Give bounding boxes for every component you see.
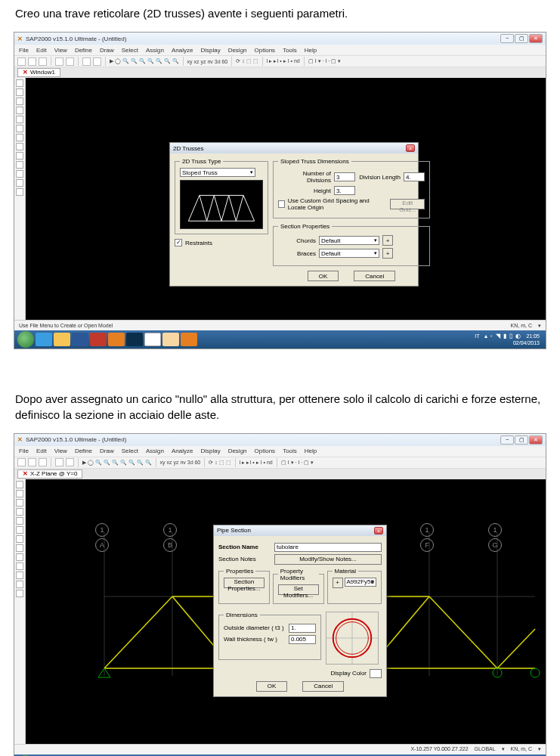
- pointer-icon[interactable]: [16, 79, 23, 87]
- menu-options[interactable]: Options: [255, 448, 276, 454]
- menu-analyze[interactable]: Analyze: [172, 448, 193, 454]
- menu-help[interactable]: Help: [305, 448, 317, 454]
- menu-design[interactable]: Design: [228, 47, 247, 54]
- undo-icon[interactable]: [55, 57, 63, 66]
- dialog-close-icon[interactable]: ×: [374, 527, 383, 534]
- material-add-button[interactable]: +: [333, 578, 343, 588]
- open-icon[interactable]: [28, 57, 36, 66]
- menu-tools[interactable]: Tools: [283, 448, 297, 454]
- draw-link-icon[interactable]: [16, 125, 23, 132]
- maximize-button[interactable]: ▢: [515, 435, 528, 445]
- braces-add-button[interactable]: +: [382, 248, 393, 259]
- lock-icon[interactable]: [93, 57, 101, 66]
- start-button[interactable]: [17, 331, 34, 348]
- task-chrome-icon[interactable]: [144, 333, 161, 346]
- redo-icon[interactable]: [66, 458, 74, 466]
- view-modes[interactable]: xy xz yz nv 3d 60: [187, 59, 228, 64]
- task-ie-icon[interactable]: [36, 333, 52, 346]
- menu-assign[interactable]: Assign: [146, 448, 164, 454]
- pointer-icon[interactable]: [16, 481, 23, 488]
- new-icon[interactable]: [17, 458, 26, 466]
- menu-file[interactable]: File: [19, 448, 29, 454]
- cancel-button[interactable]: Cancel: [302, 681, 344, 692]
- open-icon[interactable]: [28, 458, 36, 466]
- new-icon[interactable]: [17, 57, 26, 66]
- restraints-checkbox[interactable]: [175, 239, 182, 246]
- tool3-icon[interactable]: [16, 170, 23, 178]
- draw-link-icon[interactable]: [16, 526, 23, 534]
- menu-analyze[interactable]: Analyze: [172, 47, 193, 54]
- dialog-titlebar[interactable]: Pipe Section ×: [214, 525, 386, 536]
- tool5-icon[interactable]: [16, 188, 23, 196]
- draw-cable-icon[interactable]: [16, 508, 23, 516]
- menu-display[interactable]: Display: [200, 448, 220, 454]
- close-button[interactable]: ✕: [529, 34, 543, 43]
- wall-th-input[interactable]: [289, 635, 316, 644]
- set-modifiers-button[interactable]: Set Modifiers...: [278, 584, 319, 595]
- redo-icon[interactable]: [66, 57, 74, 66]
- tool4-icon[interactable]: [16, 179, 23, 187]
- section-name-input[interactable]: [274, 543, 382, 552]
- viewport-2[interactable]: 1A 1B 1F 1G Pipe Section × Section Name: [26, 479, 546, 744]
- menu-help[interactable]: Help: [305, 47, 317, 54]
- select-icon[interactable]: [16, 490, 23, 497]
- task-illustrator-icon[interactable]: [108, 333, 125, 346]
- menu-draw[interactable]: Draw: [100, 448, 114, 454]
- select-icon[interactable]: [16, 88, 23, 96]
- grid-icon[interactable]: [16, 143, 23, 150]
- num-div-input[interactable]: [334, 172, 355, 181]
- close-button[interactable]: ✕: [529, 435, 543, 445]
- tool4-icon[interactable]: [16, 581, 23, 588]
- menu-view[interactable]: View: [54, 47, 67, 54]
- minimize-button[interactable]: −: [500, 34, 514, 43]
- undo-icon[interactable]: [55, 458, 63, 466]
- save-icon[interactable]: [39, 57, 47, 66]
- run-icon[interactable]: [82, 57, 91, 66]
- tool2-icon[interactable]: [16, 562, 23, 570]
- tool3-icon[interactable]: [16, 572, 23, 579]
- nav-controls[interactable]: I ▸ ▸I • ▸ I • nd: [267, 58, 300, 64]
- snap-icon[interactable]: [16, 535, 23, 543]
- menu-edit[interactable]: Edit: [36, 47, 47, 54]
- braces-select[interactable]: Default: [319, 249, 379, 258]
- menu-define[interactable]: Define: [75, 448, 92, 454]
- menu-select[interactable]: Select: [122, 448, 138, 454]
- task-word-icon[interactable]: [72, 333, 88, 346]
- system-tray[interactable]: IT▴ ◦ ◥ ▮ ▯ ◐21:0502/04/2013: [475, 333, 543, 346]
- chords-add-button[interactable]: +: [382, 235, 393, 246]
- snap-icon[interactable]: [16, 134, 23, 141]
- tool-icon[interactable]: [16, 152, 23, 160]
- menu-draw[interactable]: Draw: [100, 47, 114, 54]
- menu-options[interactable]: Options: [255, 47, 276, 54]
- task-explorer-icon[interactable]: [54, 333, 70, 346]
- div-len-input[interactable]: [404, 172, 425, 181]
- custom-grid-checkbox[interactable]: [278, 200, 285, 208]
- cancel-button[interactable]: Cancel: [354, 271, 395, 281]
- menu-define[interactable]: Define: [75, 47, 92, 54]
- tab-window1[interactable]: ✕Window1: [17, 68, 60, 77]
- menu-design[interactable]: Design: [228, 448, 247, 454]
- ok-button[interactable]: OK: [256, 681, 288, 692]
- draw-area-icon[interactable]: [16, 517, 23, 525]
- tab-xz-plane[interactable]: ✕X-Z Plane @ Y=0: [17, 469, 82, 479]
- menu-view[interactable]: View: [54, 448, 67, 454]
- menu-file[interactable]: File: [19, 47, 29, 54]
- menu-edit[interactable]: Edit: [36, 448, 47, 454]
- truss-type-select[interactable]: Sloped Truss: [180, 168, 255, 177]
- modify-notes-button[interactable]: Modify/Show Notes...: [274, 554, 382, 565]
- dialog-close-icon[interactable]: ×: [406, 144, 415, 152]
- task-paint-icon[interactable]: [162, 333, 179, 346]
- task-sap2000-icon[interactable]: [181, 333, 197, 346]
- out-dia-input[interactable]: [289, 624, 316, 633]
- minimize-button[interactable]: −: [500, 435, 514, 445]
- save-icon[interactable]: [39, 458, 47, 466]
- height-input[interactable]: [334, 186, 355, 195]
- maximize-button[interactable]: ▢: [515, 34, 528, 43]
- menu-select[interactable]: Select: [122, 47, 138, 54]
- tool5-icon[interactable]: [16, 590, 23, 597]
- task-filezilla-icon[interactable]: [90, 333, 107, 346]
- viewport-1[interactable]: 2D Trusses × 2D Truss Type Sloped Truss: [26, 78, 546, 320]
- chords-select[interactable]: Default: [319, 236, 379, 245]
- tool2-icon[interactable]: [16, 161, 23, 169]
- material-select[interactable]: A992Fy50: [345, 578, 376, 587]
